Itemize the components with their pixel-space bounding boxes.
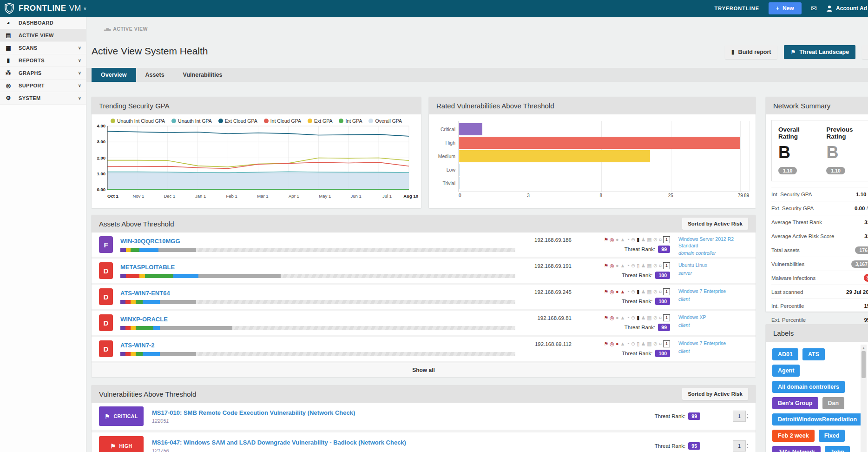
asset-name-link[interactable]: ATS-WIN7-2 (120, 342, 515, 349)
legend-item[interactable]: Ext GPA (308, 118, 332, 124)
file-icon[interactable]: ▯ (637, 263, 639, 268)
asset-os-link[interactable]: Windows XP (678, 314, 748, 321)
label-chip[interactable]: Dan (822, 397, 845, 409)
legend-item[interactable]: Unauth Int GPA (171, 118, 212, 124)
asset-name-link[interactable]: WIN-30QQRC10MGG (120, 238, 515, 245)
label-chip[interactable]: Feb 2 week (772, 430, 815, 442)
bulb-icon[interactable]: ¤ (659, 341, 662, 346)
target-icon[interactable]: ◎ (610, 237, 614, 242)
stepper-arrows-icon[interactable]: ▴▾ (747, 413, 748, 419)
clock-icon[interactable]: ◔ (626, 315, 630, 320)
bulb-icon[interactable]: ¤ (659, 315, 662, 320)
label-chip[interactable]: John (825, 446, 850, 452)
sidebar-item-scans[interactable]: ▦SCANS∨ (0, 42, 86, 54)
bar-low[interactable] (459, 164, 460, 176)
counter-box[interactable]: 1 (663, 340, 670, 347)
label-chip[interactable]: All domain controllers (772, 381, 845, 393)
user-icon[interactable]: ♟ (641, 315, 645, 320)
build-report-button[interactable]: ▮ Build report (725, 45, 777, 59)
eye-slash-icon[interactable]: ⊘ (653, 289, 658, 294)
user-icon[interactable]: ♟ (641, 289, 645, 294)
file-icon[interactable]: ▮ (637, 289, 639, 294)
count-stepper[interactable]: 1▴▾ (733, 411, 748, 422)
label-chip[interactable]: Agent (772, 365, 800, 377)
vulnerability-title-link[interactable]: MS17-010: SMB Remote Code Execution Vuln… (152, 409, 655, 416)
sidebar-item-system[interactable]: ⚙SYSTEM∨ (0, 92, 86, 105)
flag-icon[interactable]: ⚑ (604, 289, 608, 294)
breadcrumb[interactable]: ▂▅▃ ACTIVE VIEW (104, 26, 148, 32)
asset-os-link[interactable]: Ubuntu Linux (678, 262, 748, 269)
flag-icon[interactable]: ⚑ (604, 263, 608, 268)
asset-os-link[interactable]: Windows 7 Enterprise (678, 288, 748, 295)
asset-os-link[interactable]: Windows 7 Enterprise (678, 340, 748, 347)
bar-medium[interactable] (459, 150, 650, 162)
target-icon[interactable]: ◎ (610, 289, 614, 294)
asset-role-link[interactable]: domain controller (678, 250, 748, 257)
legend-item[interactable]: Int GPA (339, 118, 362, 124)
counter-box[interactable]: 1 (663, 314, 670, 321)
asset-role-link[interactable]: client (678, 348, 748, 355)
user-icon[interactable]: ♟ (641, 263, 645, 268)
vulnerability-title-link[interactable]: MS16-047: Windows SAM and LSAD Downgrade… (152, 439, 655, 446)
warning-icon[interactable]: ▲ (620, 289, 625, 294)
label-chip[interactable]: Fixed (819, 430, 845, 442)
labels-scrollbar[interactable]: ▲ (861, 345, 867, 452)
show-all-button[interactable]: Show all (92, 363, 756, 377)
envelope-icon[interactable]: ✉ (811, 4, 817, 13)
sidebar-item-dashboard[interactable]: ◕DASHBOARD (0, 17, 86, 29)
table-icon[interactable]: ▦ (647, 289, 651, 294)
target-icon[interactable]: ◎ (610, 341, 614, 346)
clock-icon[interactable]: ◔ (626, 263, 630, 268)
bomb-icon[interactable]: ● (616, 341, 619, 346)
thumbs-down-icon[interactable]: ⊖ (631, 289, 635, 294)
stepper-value[interactable]: 1 (733, 440, 746, 452)
asset-role-link[interactable]: client (678, 296, 748, 303)
target-icon[interactable]: ◎ (610, 263, 614, 268)
asset-name-link[interactable]: METASPLOITABLE (120, 264, 515, 271)
label-chip[interactable]: AD01 (772, 348, 798, 360)
tryfrontline-link[interactable]: TRYFRONTLINE (714, 6, 759, 11)
threat-landscape-button[interactable]: ⚑ Threat Landscape (784, 45, 855, 59)
bar-critical[interactable] (459, 123, 482, 135)
user-icon[interactable]: ♟ (641, 341, 645, 346)
eye-slash-icon[interactable]: ⊘ (653, 263, 658, 268)
bulb-icon[interactable]: ¤ (659, 237, 662, 242)
bomb-icon[interactable]: ● (616, 315, 619, 320)
flag-icon[interactable]: ⚑ (604, 341, 608, 346)
thumbs-down-icon[interactable]: ⊖ (631, 263, 635, 268)
flag-icon[interactable]: ⚑ (604, 315, 608, 320)
sidebar-item-reports[interactable]: ▮REPORTS∨ (0, 54, 86, 67)
asset-role-link[interactable]: client (678, 322, 748, 329)
table-icon[interactable]: ▦ (647, 315, 651, 320)
bar-high[interactable] (459, 137, 740, 149)
bomb-icon[interactable]: ● (616, 237, 619, 242)
clock-icon[interactable]: ◔ (626, 341, 630, 346)
scroll-up-arrow-icon[interactable]: ▲ (861, 345, 867, 351)
warning-icon[interactable]: ▲ (620, 315, 625, 320)
sorted-by-active-risk-button[interactable]: Sorted by Active Risk (682, 388, 748, 400)
counter-box[interactable]: 1 (663, 288, 670, 295)
bulb-icon[interactable]: ¤ (659, 263, 662, 268)
tab-vulnerabilities[interactable]: Vulnerabilities (174, 68, 232, 82)
label-chip[interactable]: ATS (802, 348, 825, 360)
warning-icon[interactable]: ▲ (620, 263, 625, 268)
eye-slash-icon[interactable]: ⊘ (653, 341, 658, 346)
file-icon[interactable]: ▮ (637, 237, 639, 242)
thumbs-down-icon[interactable]: ⊖ (631, 341, 635, 346)
user-icon[interactable]: ♟ (641, 237, 645, 242)
asset-role-link[interactable]: server (678, 270, 748, 277)
table-icon[interactable]: ▦ (647, 341, 651, 346)
counter-box[interactable]: 1 (663, 236, 670, 243)
warning-icon[interactable]: ▲ (620, 237, 625, 242)
asset-name-link[interactable]: ATS-WIN7-ENT64 (120, 290, 515, 297)
label-chip[interactable]: DetroitWindowsRemediation (772, 413, 862, 425)
file-icon[interactable]: ▯ (637, 341, 639, 346)
label-chip[interactable]: Ben's Group (772, 397, 818, 409)
tab-overview[interactable]: Overview (92, 68, 136, 82)
sidebar-item-graphs[interactable]: ⁂GRAPHS∨ (0, 67, 86, 80)
thumbs-down-icon[interactable]: ⊖ (631, 237, 635, 242)
stepper-arrows-icon[interactable]: ▴▾ (747, 443, 748, 449)
scrollbar-thumb[interactable] (861, 351, 866, 378)
legend-item[interactable]: Int Cloud GPA (264, 118, 301, 124)
counter-box[interactable]: 1 (663, 262, 670, 269)
